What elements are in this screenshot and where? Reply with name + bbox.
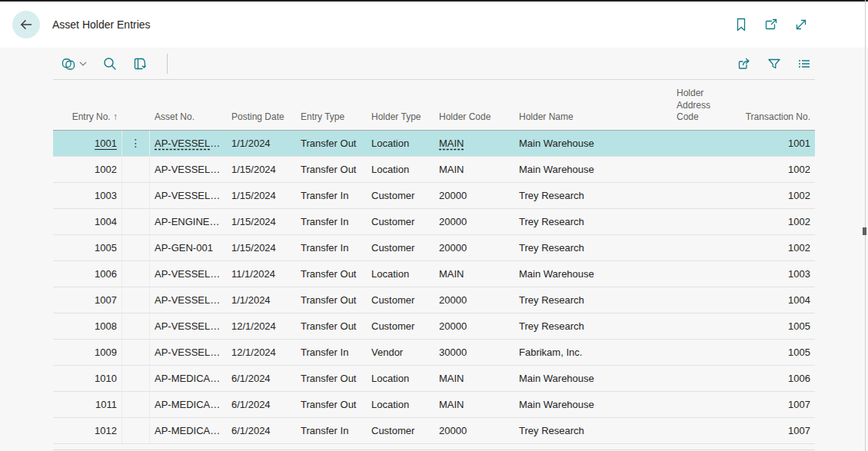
cell-holder-code[interactable]: 20000 [434, 313, 514, 339]
cell-asset-no[interactable]: AP-MEDICAL... [150, 366, 227, 391]
cell-posting-date[interactable]: 11/1/2024 [227, 261, 296, 287]
cell-holder-name[interactable]: Main Warehouse [514, 366, 672, 391]
choose-columns-button[interactable] [796, 56, 812, 71]
cell-asset-no[interactable]: AP-VESSEL-002 [150, 261, 227, 287]
column-header-holder-name[interactable]: Holder Name [514, 111, 672, 124]
column-header-posting-date[interactable]: Posting Date [227, 111, 296, 124]
cell-holder-type[interactable]: Customer [367, 313, 434, 339]
cell-holder-code[interactable]: 20000 [434, 183, 514, 208]
cell-holder-address-code[interactable] [672, 209, 737, 234]
table-row[interactable]: 1007AP-VESSEL-0031/1/2024Transfer OutCus… [53, 287, 815, 313]
row-ellipsis-menu[interactable]: ⋮ [122, 131, 150, 156]
cell-posting-date[interactable]: 1/15/2024 [227, 209, 296, 234]
open-in-new-window-icon[interactable] [764, 18, 778, 32]
cell-entry-type[interactable]: Transfer Out [296, 366, 367, 391]
cell-transaction-no[interactable]: 1002 [737, 209, 815, 234]
cell-posting-date[interactable]: 6/1/2024 [227, 418, 296, 443]
cell-entry-no[interactable]: 1010 [53, 366, 122, 391]
cell-entry-type[interactable]: Transfer Out [296, 392, 367, 417]
bookmark-icon[interactable] [734, 18, 748, 32]
share-button[interactable] [737, 56, 752, 71]
cell-holder-code[interactable]: 20000 [434, 235, 514, 260]
table-row[interactable]: 1001⋮AP-VESSEL-0011/1/2024Transfer OutLo… [53, 131, 815, 157]
asset-no-link[interactable]: AP-VESSEL-001 [155, 138, 227, 149]
cell-asset-no[interactable]: AP-VESSEL-003 [150, 340, 227, 365]
cell-holder-code[interactable]: MAIN [434, 157, 514, 182]
analyze-button[interactable] [132, 56, 148, 71]
cell-asset-no[interactable]: AP-VESSEL-001 [150, 183, 227, 208]
holder-code-link[interactable]: MAIN [439, 138, 464, 149]
cell-transaction-no[interactable]: 1002 [737, 235, 815, 260]
cell-holder-address-code[interactable] [672, 418, 737, 443]
cell-holder-name[interactable]: Trey Research [514, 209, 672, 234]
cell-entry-type[interactable]: Transfer In [296, 235, 367, 260]
horizontal-scrollbar-track[interactable] [53, 449, 815, 450]
cell-holder-address-code[interactable] [672, 313, 737, 339]
cell-holder-name[interactable]: Main Warehouse [514, 261, 672, 287]
cell-entry-type[interactable]: Transfer Out [296, 157, 367, 182]
views-menu-button[interactable] [61, 56, 88, 71]
expand-icon[interactable] [794, 18, 808, 32]
cell-entry-no[interactable]: 1012 [53, 418, 122, 443]
cell-holder-type[interactable]: Location [367, 261, 434, 287]
cell-posting-date[interactable]: 12/1/2024 [227, 313, 296, 339]
cell-holder-name[interactable]: Trey Research [514, 313, 672, 339]
table-row[interactable]: 1002AP-VESSEL-0011/15/2024Transfer OutLo… [53, 157, 815, 183]
cell-asset-no[interactable]: AP-VESSEL-003 [150, 313, 227, 339]
cell-asset-no[interactable]: AP-GEN-001 [150, 235, 227, 260]
cell-holder-name[interactable]: Main Warehouse [514, 131, 672, 156]
cell-holder-type[interactable]: Location [367, 392, 434, 417]
cell-holder-address-code[interactable] [672, 131, 737, 156]
table-row[interactable]: 1006AP-VESSEL-00211/1/2024Transfer OutLo… [53, 261, 815, 287]
cell-entry-no[interactable]: 1003 [53, 183, 122, 208]
cell-entry-type[interactable]: Transfer Out [296, 131, 367, 156]
cell-asset-no[interactable]: AP-MEDICAL... [150, 418, 227, 443]
table-row[interactable]: 1012AP-MEDICAL...6/1/2024Transfer InCust… [53, 418, 815, 444]
cell-entry-no[interactable]: 1004 [53, 209, 122, 234]
search-button[interactable] [102, 56, 118, 71]
cell-posting-date[interactable]: 1/15/2024 [227, 157, 296, 182]
cell-posting-date[interactable]: 12/1/2024 [227, 340, 296, 365]
column-header-holder-code[interactable]: Holder Code [434, 111, 514, 124]
cell-transaction-no[interactable]: 1002 [737, 157, 815, 182]
cell-holder-code[interactable]: MAIN [434, 392, 514, 417]
cell-holder-code[interactable]: 30000 [434, 340, 514, 365]
cell-holder-code[interactable]: MAIN [434, 366, 514, 391]
cell-entry-type[interactable]: Transfer In [296, 340, 367, 365]
column-header-entry-type[interactable]: Entry Type [296, 111, 367, 124]
cell-transaction-no[interactable]: 1002 [737, 183, 815, 208]
table-row[interactable]: 1003AP-VESSEL-0011/15/2024Transfer InCus… [53, 183, 815, 209]
cell-transaction-no[interactable]: 1007 [737, 392, 815, 417]
cell-holder-type[interactable]: Location [367, 157, 434, 182]
cell-asset-no[interactable]: AP-ENGINE-0... [150, 209, 227, 234]
cell-entry-no[interactable]: 1011 [53, 392, 122, 417]
cell-holder-code[interactable]: 20000 [434, 209, 514, 234]
cell-entry-no[interactable]: 1001 [53, 131, 122, 156]
column-header-transaction-no[interactable]: Transaction No. [737, 111, 815, 124]
cell-holder-type[interactable]: Vendor [367, 340, 434, 365]
cell-transaction-no[interactable]: 1003 [737, 261, 815, 287]
cell-holder-type[interactable]: Customer [367, 209, 434, 234]
cell-transaction-no[interactable]: 1001 [737, 131, 815, 156]
entry-no-link[interactable]: 1001 [95, 138, 117, 149]
cell-posting-date[interactable]: 1/1/2024 [227, 131, 296, 156]
cell-holder-address-code[interactable] [672, 183, 737, 208]
cell-holder-name[interactable]: Fabrikam, Inc. [514, 340, 672, 365]
cell-asset-no[interactable]: AP-VESSEL-001 [150, 131, 227, 156]
cell-holder-address-code[interactable] [672, 392, 737, 417]
table-row[interactable]: 1010AP-MEDICAL...6/1/2024Transfer OutLoc… [53, 366, 815, 392]
cell-entry-no[interactable]: 1006 [53, 261, 122, 287]
cell-entry-type[interactable]: Transfer In [296, 183, 367, 208]
cell-holder-code[interactable]: 20000 [434, 418, 514, 443]
cell-holder-name[interactable]: Trey Research [514, 287, 672, 313]
column-header-holder-type[interactable]: Holder Type [367, 111, 434, 124]
table-row[interactable]: 1009AP-VESSEL-00312/1/2024Transfer InVen… [53, 340, 815, 366]
cell-entry-no[interactable]: 1007 [53, 287, 122, 313]
cell-holder-name[interactable]: Trey Research [514, 418, 672, 443]
cell-asset-no[interactable]: AP-VESSEL-003 [150, 287, 227, 313]
cell-holder-address-code[interactable] [672, 287, 737, 313]
cell-asset-no[interactable]: AP-MEDICAL... [150, 392, 227, 417]
cell-entry-type[interactable]: Transfer In [296, 418, 367, 443]
cell-holder-type[interactable]: Location [367, 131, 434, 156]
cell-entry-type[interactable]: Transfer In [296, 209, 367, 234]
